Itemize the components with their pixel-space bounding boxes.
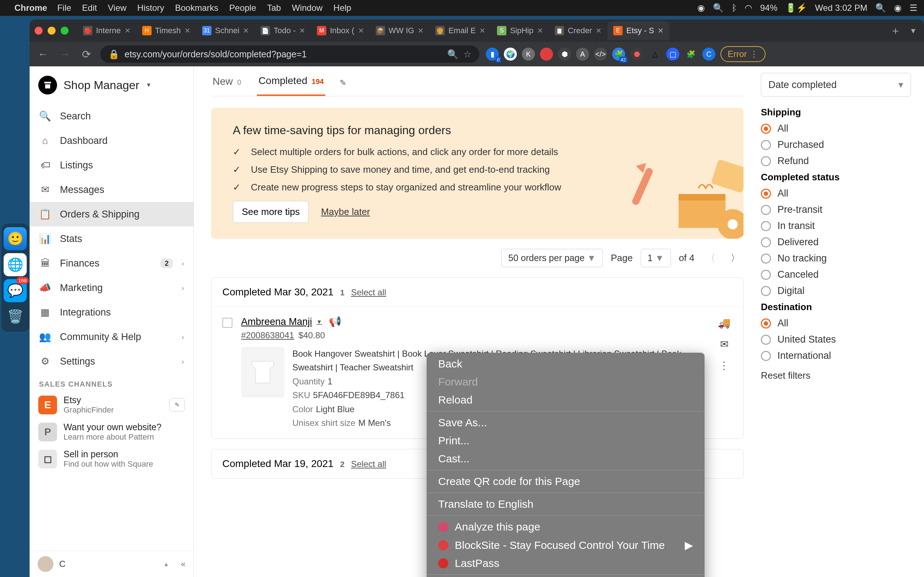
extension-10[interactable]: ▢ (666, 48, 679, 61)
radio-all[interactable]: All (761, 188, 911, 199)
ctx-print-[interactable]: Print... (426, 432, 704, 450)
mail-icon[interactable]: ✉ (720, 338, 729, 350)
extension-3[interactable]: K (522, 48, 535, 61)
reload-button[interactable]: ⟳ (79, 48, 94, 61)
window-controls[interactable] (35, 27, 69, 35)
order-id-link[interactable]: #2008638041 (241, 330, 294, 340)
tab-close-icon[interactable]: ✕ (537, 26, 543, 35)
extension-7[interactable]: </> (594, 48, 607, 61)
radio-delivered[interactable]: Delivered (761, 237, 911, 248)
browser-tab[interactable]: MInbox (✕ (311, 21, 370, 40)
ctx-lastpass[interactable]: LastPass (426, 554, 704, 572)
radio-all[interactable]: All (761, 123, 911, 134)
forward-button[interactable]: → (57, 48, 72, 60)
radio-pre-transit[interactable]: Pre-transit (761, 204, 911, 215)
radio-purchased[interactable]: Purchased (761, 139, 911, 150)
menu-people[interactable]: People (229, 3, 256, 13)
tab-new[interactable]: New0 (211, 71, 242, 95)
truck-icon[interactable]: 🚚 (718, 317, 730, 329)
tab-close-icon[interactable]: ✕ (243, 26, 249, 35)
sidebar-item-community-help[interactable]: 👥Community & Help› (30, 324, 194, 349)
radio-digital[interactable]: Digital (761, 285, 911, 297)
dock-trash[interactable]: 🗑️ (3, 305, 27, 328)
dock-finder[interactable]: 🙂 (3, 227, 27, 250)
bookmark-star-icon[interactable]: ☆ (464, 49, 472, 60)
tab-close-icon[interactable]: ✕ (124, 26, 131, 35)
sidebar-header[interactable]: Shop Manager ▼ (30, 66, 194, 104)
browser-tab[interactable]: 📦WW IG✕ (370, 21, 430, 40)
sort-select[interactable]: Date completed▾ (761, 73, 911, 97)
collapse-sidebar-icon[interactable]: « (181, 559, 186, 569)
buyer-name-link[interactable]: Ambreena Manji▼ (241, 316, 322, 327)
tab-close-icon[interactable]: ✕ (184, 26, 191, 35)
extension-drive[interactable]: △ (648, 48, 661, 61)
bluetooth-icon[interactable]: ᛒ (732, 3, 737, 13)
sidebar-item-messages[interactable]: ✉Messages (30, 177, 194, 202)
tab-close-icon[interactable]: ✕ (479, 26, 485, 35)
tab-overflow-button[interactable]: ▾ (908, 26, 919, 36)
sidebar-item-marketing[interactable]: 📣Marketing› (30, 276, 194, 300)
edit-channel-button[interactable]: ✎ (169, 398, 185, 411)
browser-tab[interactable]: 🍔Email E✕ (430, 21, 491, 40)
reset-filters-link[interactable]: Reset filters (761, 370, 911, 381)
page-select[interactable]: 1 ▼ (641, 249, 671, 267)
menu-history[interactable]: History (137, 3, 164, 13)
per-page-select[interactable]: 50 orders per page ▼ (501, 249, 603, 267)
sidebar-item-integrations[interactable]: ▦Integrations (30, 300, 194, 324)
page-prev-button[interactable]: 〈 (703, 249, 719, 267)
sidebar-item-stats[interactable]: 📊Stats (30, 226, 194, 251)
browser-tab[interactable]: SSipHip✕ (491, 21, 549, 40)
menu-list-icon[interactable]: ☰ (909, 3, 918, 13)
browser-tab[interactable]: 🔴Interne✕ (77, 21, 136, 40)
tab-completed[interactable]: Completed194 (257, 70, 325, 96)
extension-1[interactable]: ▮0 (486, 48, 499, 61)
select-all-link[interactable]: Select all (351, 459, 386, 469)
browser-tab[interactable]: 31Schnei✕ (196, 21, 255, 40)
menu-view[interactable]: View (108, 3, 127, 13)
radio-in-transit[interactable]: In transit (761, 220, 911, 232)
browser-tab[interactable]: EEtsy - S✕ (607, 21, 670, 40)
extension-2[interactable]: 🌍 (504, 48, 517, 61)
order-checkbox[interactable] (222, 318, 233, 328)
menu-tab[interactable]: Tab (267, 3, 281, 13)
ctx-cast-[interactable]: Cast... (426, 450, 704, 468)
extension-6[interactable]: A (576, 48, 589, 61)
channel-square[interactable]: ◻ Sell in personFind out how with Square (30, 445, 194, 472)
extension-9[interactable]: ⬣ (630, 48, 643, 61)
see-more-tips-button[interactable]: See more tips (233, 201, 309, 223)
menu-help[interactable]: Help (333, 3, 351, 13)
tab-close-icon[interactable]: ✕ (299, 26, 305, 35)
back-button[interactable]: ← (36, 48, 50, 60)
search-icon[interactable]: 🔍 (875, 3, 886, 13)
ctx-blocksite-stay-focused-control-your-time[interactable]: BlockSite - Stay Focused Control Your Ti… (426, 536, 704, 554)
menu-window[interactable]: Window (292, 3, 322, 13)
screen-record-icon[interactable]: ◉ (697, 3, 705, 13)
browser-tab[interactable]: HTimesh✕ (136, 21, 196, 40)
ctx-save-as-[interactable]: Save As... (426, 414, 704, 432)
clock-label[interactable]: Wed 3:02 PM (815, 3, 867, 13)
siri-icon[interactable]: ◉ (894, 3, 901, 13)
wifi-icon[interactable]: ◠ (745, 3, 752, 13)
radio-united-states[interactable]: United States (761, 334, 911, 345)
menu-bookmarks[interactable]: Bookmarks (175, 3, 218, 13)
app-name[interactable]: Chrome (15, 3, 47, 13)
radio-canceled[interactable]: Canceled (761, 269, 911, 280)
tab-close-icon[interactable]: ✕ (657, 26, 664, 35)
ctx-create-qr-code-for-this-page[interactable]: Create QR code for this Page (426, 472, 704, 490)
error-button[interactable]: Error⋮ (720, 46, 766, 62)
spotlight-icon[interactable]: 🔍 (713, 3, 724, 13)
radio-all[interactable]: All (761, 318, 911, 329)
tab-close-icon[interactable]: ✕ (596, 26, 602, 35)
new-tab-button[interactable]: ＋ (884, 23, 908, 38)
sidebar-item-listings[interactable]: 🏷Listings (30, 153, 194, 177)
browser-tab[interactable]: 📋Creder✕ (549, 21, 607, 40)
address-bar[interactable]: 🔒 etsy.com/your/orders/sold/completed?pa… (100, 45, 479, 63)
menu-file[interactable]: File (57, 3, 71, 13)
browser-tab[interactable]: 📄Todo -✕ (255, 21, 311, 40)
profile-avatar[interactable]: C (703, 48, 716, 61)
dock-chrome[interactable]: 🌐 (3, 253, 27, 276)
ctx-analyze-this-page[interactable]: Analyze this page (426, 518, 704, 536)
channel-etsy[interactable]: E EtsyGraphicFinder ✎ (30, 391, 194, 418)
radio-international[interactable]: International (761, 350, 911, 361)
sidebar-item-search[interactable]: 🔍Search (30, 104, 194, 128)
